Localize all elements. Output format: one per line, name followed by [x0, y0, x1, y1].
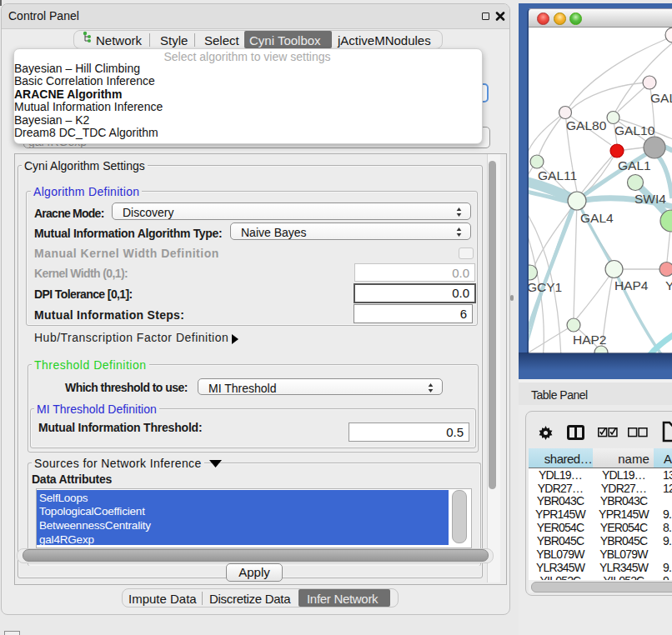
svg-text:HAP2: HAP2 — [573, 332, 607, 347]
svg-text:GCY1: GCY1 — [529, 280, 562, 294]
svg-text:Y: Y — [665, 278, 672, 292]
svg-text:GAL1: GAL1 — [618, 158, 651, 172]
svg-text:GAL: GAL — [650, 91, 672, 105]
svg-text:GAL11: GAL11 — [538, 168, 577, 182]
svg-text:SWI4: SWI4 — [634, 192, 666, 206]
svg-text:GAL4: GAL4 — [580, 211, 614, 225]
svg-text:HAP4: HAP4 — [614, 278, 649, 292]
svg-text:GAL80: GAL80 — [566, 118, 607, 132]
svg-text:GAL10: GAL10 — [614, 123, 655, 138]
